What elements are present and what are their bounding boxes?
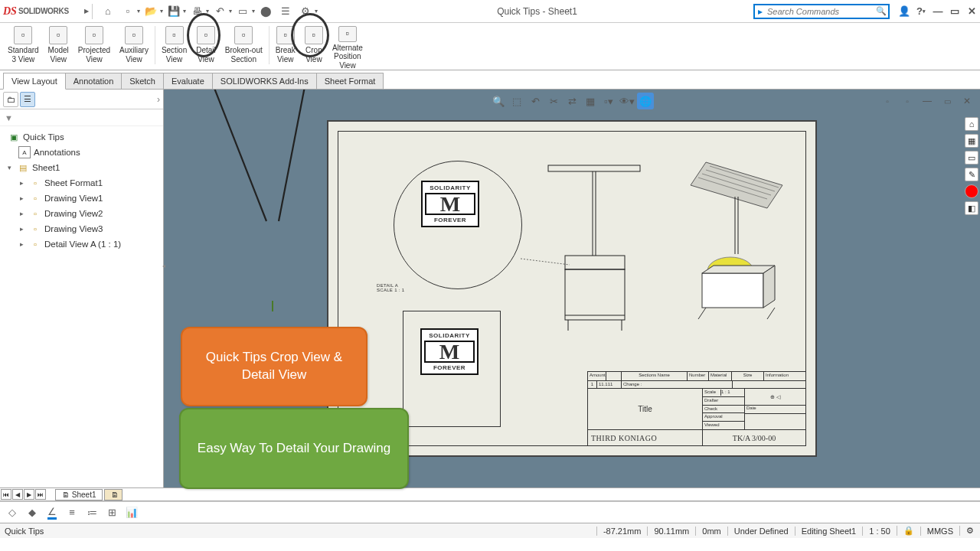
select-icon-menu[interactable]: ▾ [252,8,255,15]
detail-label: DETAIL ASCALE 1 : 1 [377,283,404,292]
ribbon-standard[interactable]: ▫Standard3 View [3,26,44,70]
tree-sheet[interactable]: ▾▤Sheet1 [2,160,162,175]
ribbon-auxiliary[interactable]: ▫AuxiliaryView [115,26,153,70]
detail-logo: SOLIDARITY M FOREVER [421,181,479,227]
tree-item[interactable]: ▸▫Drawing View3 [2,221,162,236]
svg-line-20 [698,308,706,319]
save-icon-menu[interactable]: ▾ [183,8,186,15]
rebuild-icon[interactable]: ⬤ [256,3,275,20]
tab-next-icon[interactable]: ▶ [24,489,34,500]
callout-green: Easy Way To Detail Your Drawing [179,408,409,489]
ribbon-broken-out[interactable]: ▫Broken-outSection [220,26,267,70]
splitter-handle[interactable]: ◂ [161,258,167,273]
hide-show-edges-icon[interactable]: ⊞ [104,505,119,520]
doc-restore-icon[interactable]: ▫ [899,93,916,109]
status-hint: Quick Tips [0,527,596,536]
filter-icon[interactable]: ▼ [5,113,13,122]
status-x: -87.21mm [596,527,648,536]
display-style-icon[interactable]: ⇄ [564,93,580,109]
line-format-icon[interactable]: ≡ [64,505,80,520]
status-units[interactable]: MMGS [920,527,959,536]
tree-root[interactable]: ▣Quick Tips [2,129,162,145]
web-icon[interactable]: 🌐 [637,93,654,109]
help-icon[interactable]: ?▾ [913,4,929,19]
title-block: Amount Sections Name Number Material Siz… [587,371,805,445]
zoom-fit-icon[interactable]: 🔍 [490,93,507,109]
ribbon-alternate[interactable]: ▫AlternatePositionView [328,26,368,70]
search-input[interactable] [766,7,875,16]
status-defined: Under Defined [727,527,795,536]
new-icon[interactable]: ▫ [119,3,137,20]
tab-first-icon[interactable]: ⏮ [1,489,11,500]
status-options-icon[interactable]: ⚙ [959,526,980,536]
view-orient-icon[interactable]: ▫▾ [600,93,617,109]
undo-icon-menu[interactable]: ▾ [229,8,232,15]
property-manager-tab[interactable]: ☰ [20,92,35,107]
hide-show-icon[interactable]: 👁▾ [619,93,635,109]
minimize-button[interactable]: — [929,4,946,19]
iso-view [660,155,798,338]
doc-min-icon[interactable]: — [919,93,936,109]
doc-close-icon[interactable]: ✕ [959,93,975,109]
layer-icon[interactable]: ◇ [5,505,20,520]
side-resources-icon[interactable]: ▦ [965,134,978,148]
status-scale[interactable]: 1 : 50 [862,527,897,536]
tree-annotations[interactable]: AAnnotations [2,145,162,160]
open-icon[interactable]: 📂 [142,3,160,20]
status-lock-icon[interactable]: 🔒 [897,526,920,536]
select-icon[interactable]: ▭ [234,3,252,20]
tree-item[interactable]: ▸▫Sheet Format1 [2,175,162,191]
tree-item[interactable]: ▸▫Drawing View1 [2,191,162,206]
panel-expand-icon[interactable]: › [157,94,160,105]
side-decal-icon[interactable]: ◧ [965,201,978,215]
home-icon[interactable]: ⌂ [99,3,117,20]
save-icon[interactable]: 💾 [165,3,183,20]
doc-minimize-icon[interactable]: ▫ [879,93,896,109]
side-view-icon[interactable]: ▭ [965,151,978,165]
open-icon-menu[interactable]: ▾ [160,8,163,15]
zoom-area-icon[interactable]: ⬚ [508,93,525,109]
add-sheet-tab[interactable]: 🗎 [104,489,122,500]
feature-manager-tab[interactable]: 🗀 [3,92,18,107]
status-z: 0mm [695,527,727,536]
side-home-icon[interactable]: ⌂ [965,117,978,131]
search-icon[interactable]: 🔍 [875,6,888,16]
rtab-solidworks-add-ins[interactable]: SOLIDWORKS Add-Ins [212,73,317,89]
svg-rect-1 [548,165,640,171]
search-commands[interactable]: ▸ 🔍 [753,4,890,19]
close-button[interactable]: ✕ [963,4,980,19]
search-prefix-icon: ▸ [755,6,766,17]
side-appearance-icon[interactable] [965,184,978,198]
rtab-view-layout[interactable]: View Layout [3,73,66,90]
color-display-icon[interactable]: 📊 [124,505,139,520]
options-icon[interactable]: ☰ [276,3,295,20]
line-style-icon[interactable]: ≔ [84,505,100,520]
new-icon-menu[interactable]: ▾ [137,8,140,15]
side-custom-icon[interactable]: ✎ [965,168,978,181]
rtab-evaluate[interactable]: Evaluate [163,73,213,89]
line-color-icon[interactable]: ∠ [44,505,60,520]
tree-item[interactable]: ▸▫Drawing View2 [2,206,162,221]
anno-circle-crop [291,13,329,57]
user-icon[interactable]: 👤 [896,4,913,19]
svg-rect-4 [565,256,625,269]
rtab-sheet-format[interactable]: Sheet Format [316,73,384,89]
callout-orange: Quick Tips Crop View & Detail View [181,327,368,406]
sheet-tab[interactable]: 🗎 Sheet1 [55,489,103,500]
tree-item[interactable]: ▸▫Detail View A (1 : 1) [2,236,162,252]
layer2-icon[interactable]: ◆ [24,505,40,520]
rtab-annotation[interactable]: Annotation [65,73,122,89]
section-view-icon[interactable]: ✂ [545,93,562,109]
tab-last-icon[interactable]: ⏭ [35,489,46,500]
crop-view: SOLIDARITY M FOREVER [403,311,501,427]
logo-menu[interactable]: ▶ [84,8,89,15]
scene-icon[interactable]: ▦ [582,93,599,109]
anno-circle-detail [187,13,220,57]
doc-max-icon[interactable]: ▭ [939,93,956,109]
prev-view-icon[interactable]: ↶ [527,93,544,109]
restore-button[interactable]: ▭ [946,4,963,19]
tab-prev-icon[interactable]: ◀ [12,489,23,500]
ribbon-projected[interactable]: ▫ProjectedView [74,26,115,70]
ribbon-model[interactable]: ▫ModelView [44,26,74,70]
rtab-sketch[interactable]: Sketch [121,73,164,89]
